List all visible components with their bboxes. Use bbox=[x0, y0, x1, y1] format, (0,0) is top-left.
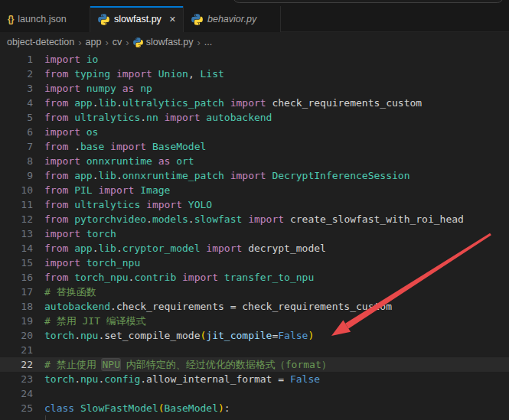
code-text: from PIL import Image bbox=[44, 183, 170, 197]
code-line[interactable]: 20torch.npu.set_compile_mode(jit_compile… bbox=[0, 328, 509, 343]
code-text: from torch_npu.contrib import transfer_t… bbox=[44, 270, 314, 285]
code-line[interactable]: 22# 禁止使用 NPU 内部特定的、经过优化的数据格式（format） bbox=[0, 357, 509, 372]
code-line[interactable]: 1import io bbox=[0, 52, 509, 67]
code-text: from app.lib.onnxruntime_patch import De… bbox=[44, 168, 409, 183]
code-line[interactable]: 11from ultralytics import YOLO bbox=[0, 197, 509, 212]
code-text: from typing import Union, List bbox=[44, 67, 224, 81]
code-line[interactable]: 10from PIL import Image bbox=[0, 183, 509, 197]
line-number[interactable]: 6 bbox=[0, 125, 33, 139]
code-text: torch.npu.set_compile_mode(jit_compile=F… bbox=[44, 328, 314, 343]
breadcrumb-file-label: slowfast.py bbox=[146, 37, 194, 47]
code-text: autobackend.check_requirements = check_r… bbox=[44, 299, 392, 314]
code-text: from ultralytics import YOLO bbox=[44, 197, 212, 212]
code-text: import os bbox=[44, 125, 98, 139]
code-text: import io bbox=[44, 52, 98, 67]
code-text: from .base import BaseModel bbox=[44, 139, 206, 154]
line-number[interactable]: 20 bbox=[0, 328, 33, 343]
code-text: from app.lib.cryptor_model import decryp… bbox=[44, 241, 326, 256]
breadcrumb-item-project[interactable]: object-detection bbox=[7, 37, 74, 47]
line-number[interactable]: 14 bbox=[0, 241, 33, 256]
line-number[interactable]: 23 bbox=[0, 372, 33, 386]
code-text: # 替换函数 bbox=[44, 285, 96, 299]
line-number[interactable]: 24 bbox=[0, 386, 33, 401]
code-line[interactable]: 18autobackend.check_requirements = check… bbox=[0, 299, 509, 314]
line-number[interactable]: 11 bbox=[0, 197, 33, 212]
python-icon bbox=[133, 37, 143, 47]
breadcrumb-item-app[interactable]: app bbox=[86, 37, 102, 47]
code-line[interactable]: 8import onnxruntime as ort bbox=[0, 154, 509, 168]
code-text: import torch_npu bbox=[44, 256, 140, 270]
tabs-row: {} launch.json slowfast.py ✕ behavior.py bbox=[0, 6, 509, 32]
line-number[interactable]: 1 bbox=[0, 52, 33, 67]
line-number[interactable]: 19 bbox=[0, 314, 33, 328]
python-icon bbox=[191, 14, 203, 25]
code-line[interactable]: 13import torch bbox=[0, 226, 509, 241]
line-number[interactable]: 22 bbox=[0, 357, 33, 372]
code-line[interactable]: 14from app.lib.cryptor_model import decr… bbox=[0, 241, 509, 256]
line-number[interactable]: 25 bbox=[0, 401, 33, 415]
code-line[interactable]: 6import os bbox=[0, 125, 509, 139]
breadcrumb-separator: › bbox=[126, 37, 129, 48]
line-number[interactable]: 7 bbox=[0, 139, 33, 154]
line-number[interactable]: 10 bbox=[0, 183, 33, 197]
code-line[interactable]: 21 bbox=[0, 343, 509, 357]
code-line[interactable]: 15import torch_npu bbox=[0, 256, 509, 270]
editor-pane[interactable]: 1import io2from typing import Union, Lis… bbox=[0, 52, 509, 420]
code-text: import torch bbox=[44, 226, 116, 241]
tab-behavior-py[interactable]: behavior.py bbox=[184, 6, 281, 32]
line-number[interactable]: 17 bbox=[0, 285, 33, 299]
tab-bar: {} launch.json slowfast.py ✕ behavior.py bbox=[0, 0, 509, 32]
code-line[interactable]: 9from app.lib.onnxruntime_patch import D… bbox=[0, 168, 509, 183]
line-number[interactable]: 18 bbox=[0, 299, 33, 314]
line-number[interactable]: 13 bbox=[0, 226, 33, 241]
breadcrumb: object-detection › app › cv › slowfast.p… bbox=[0, 32, 509, 52]
code-line[interactable]: 7from .base import BaseModel bbox=[0, 139, 509, 154]
code-area: 1import io2from typing import Union, Lis… bbox=[0, 52, 509, 415]
code-text: import onnxruntime as ort bbox=[44, 154, 194, 168]
code-text: class SlowFastModel(BaseModel): bbox=[44, 401, 230, 415]
line-number[interactable]: 9 bbox=[0, 168, 33, 183]
line-number[interactable]: 8 bbox=[0, 154, 33, 168]
line-number[interactable]: 2 bbox=[0, 67, 33, 81]
line-number[interactable]: 12 bbox=[0, 212, 33, 226]
breadcrumb-item-symbol[interactable]: ... bbox=[204, 37, 212, 47]
line-number[interactable]: 4 bbox=[0, 96, 33, 110]
line-number[interactable]: 5 bbox=[0, 110, 33, 125]
tab-slowfast-py[interactable]: slowfast.py ✕ bbox=[90, 6, 184, 32]
code-text: # 禁止使用 NPU 内部特定的、经过优化的数据格式（format） bbox=[44, 357, 331, 372]
tab-label: behavior.py bbox=[207, 14, 256, 24]
code-line[interactable]: 3import numpy as np bbox=[0, 81, 509, 96]
code-line[interactable]: 16from torch_npu.contrib import transfer… bbox=[0, 270, 509, 285]
code-text: from app.lib.ultralytics_patch import ch… bbox=[44, 96, 422, 110]
code-line[interactable]: 23torch.npu.config.allow_internal_format… bbox=[0, 372, 509, 386]
breadcrumb-item-file[interactable]: slowfast.py bbox=[133, 37, 194, 47]
line-number[interactable]: 15 bbox=[0, 256, 33, 270]
breadcrumb-item-cv[interactable]: cv bbox=[113, 37, 122, 47]
code-text: import numpy as np bbox=[44, 81, 152, 96]
code-line[interactable]: 25class SlowFastModel(BaseModel): bbox=[0, 401, 509, 415]
code-line[interactable]: 2from typing import Union, List bbox=[0, 67, 509, 81]
titlebar-strip bbox=[0, 0, 509, 6]
line-number[interactable]: 21 bbox=[0, 343, 33, 357]
code-line[interactable]: 24 bbox=[0, 386, 509, 401]
breadcrumb-separator: › bbox=[78, 37, 81, 48]
line-number[interactable]: 16 bbox=[0, 270, 33, 285]
code-line[interactable]: 5from ultralytics.nn import autobackend bbox=[0, 110, 509, 125]
code-text: # 禁用 JIT 编译模式 bbox=[44, 314, 146, 328]
code-line[interactable]: 4from app.lib.ultralytics_patch import c… bbox=[0, 96, 509, 110]
close-icon[interactable]: ✕ bbox=[169, 13, 176, 25]
line-number[interactable]: 3 bbox=[0, 81, 33, 96]
code-line[interactable]: 17# 替换函数 bbox=[0, 285, 509, 299]
breadcrumb-separator: › bbox=[105, 37, 108, 48]
tab-launch-json[interactable]: {} launch.json bbox=[0, 6, 90, 32]
tab-label: slowfast.py bbox=[114, 14, 162, 24]
code-text: torch.npu.config.allow_internal_format =… bbox=[44, 372, 320, 386]
floating-widget-edge bbox=[233, 0, 504, 3]
breadcrumb-separator: › bbox=[197, 37, 201, 48]
vscode-window: {} launch.json slowfast.py ✕ behavior.py bbox=[0, 0, 509, 420]
code-line[interactable]: 19# 禁用 JIT 编译模式 bbox=[0, 314, 509, 328]
python-icon bbox=[98, 14, 109, 25]
code-text: from ultralytics.nn import autobackend bbox=[44, 110, 272, 125]
code-text: from pytorchvideo.models.slowfast import… bbox=[44, 212, 464, 226]
code-line[interactable]: 12from pytorchvideo.models.slowfast impo… bbox=[0, 212, 509, 226]
